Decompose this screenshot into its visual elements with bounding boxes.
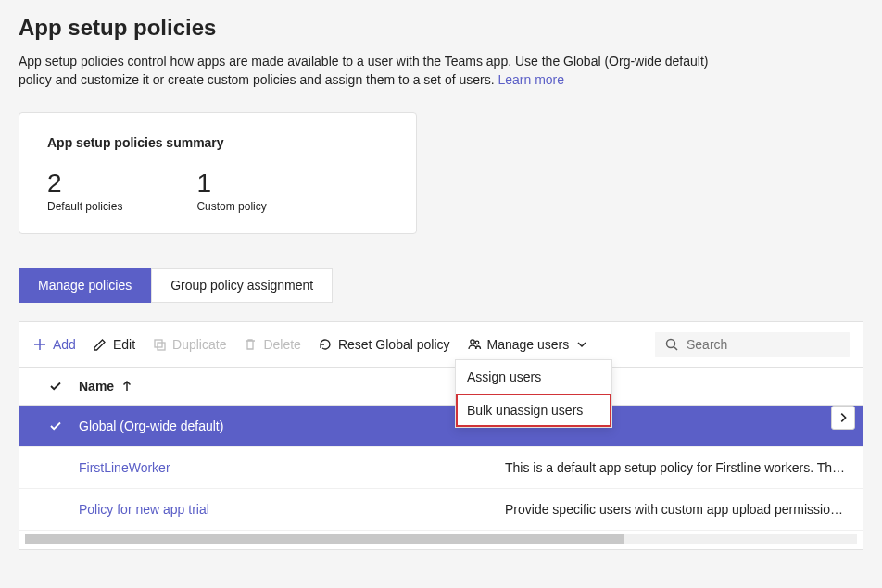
- summary-default-label: Default policies: [47, 200, 122, 213]
- menu-assign-users[interactable]: Assign users: [456, 360, 611, 394]
- duplicate-button: Duplicate: [152, 337, 226, 352]
- tab-manage-policies[interactable]: Manage policies: [19, 268, 151, 303]
- summary-card: App setup policies summary 2 Default pol…: [19, 112, 417, 234]
- reset-global-policy-button[interactable]: Reset Global policy: [318, 337, 450, 352]
- duplicate-label: Duplicate: [172, 337, 226, 352]
- svg-point-4: [470, 339, 473, 343]
- page-title: App setup policies: [19, 15, 863, 41]
- svg-rect-3: [158, 343, 165, 350]
- add-label: Add: [53, 337, 76, 352]
- summary-custom-label: Custom policy: [196, 200, 266, 213]
- table-row[interactable]: FirstLineWorkerThis is a default app set…: [19, 447, 863, 489]
- header-check-icon[interactable]: [48, 379, 63, 394]
- page-description: App setup policies control how apps are …: [19, 52, 723, 90]
- pencil-icon: [93, 337, 107, 352]
- svg-point-6: [667, 339, 675, 347]
- summary-custom-policies: 1 Custom policy: [196, 170, 266, 213]
- search-box[interactable]: [655, 332, 850, 357]
- tab-bar: Manage policies Group policy assignment: [19, 268, 863, 303]
- table-row[interactable]: Policy for new app trialProvide specific…: [19, 489, 863, 531]
- tab-group-policy-assignment[interactable]: Group policy assignment: [151, 268, 333, 303]
- summary-title: App setup policies summary: [47, 135, 388, 150]
- trash-icon: [243, 337, 258, 352]
- row-name[interactable]: FirstLineWorker: [79, 460, 505, 475]
- scroll-right-button[interactable]: [831, 406, 855, 430]
- row-name[interactable]: Policy for new app trial: [79, 502, 505, 517]
- svg-point-5: [475, 341, 479, 344]
- horizontal-scrollbar[interactable]: [25, 534, 857, 544]
- policy-link[interactable]: FirstLineWorker: [79, 460, 170, 475]
- edit-label: Edit: [113, 337, 135, 352]
- horizontal-scrollbar-thumb[interactable]: [25, 534, 624, 544]
- row-description: Provide specific users with custom app u…: [505, 502, 850, 517]
- users-icon: [467, 337, 482, 352]
- summary-default-count: 2: [47, 170, 122, 196]
- policies-panel: Add Edit Duplicate Delete Reset Global p…: [19, 321, 863, 550]
- chevron-down-icon: [574, 337, 589, 352]
- table-row[interactable]: Global (Org-wide default): [19, 406, 863, 447]
- reset-icon: [318, 337, 333, 352]
- search-icon: [664, 337, 679, 352]
- policy-link[interactable]: Policy for new app trial: [79, 502, 209, 517]
- svg-line-7: [674, 347, 677, 350]
- row-description: This is a default app setup policy for F…: [505, 460, 850, 475]
- toolbar: Add Edit Duplicate Delete Reset Global p…: [19, 322, 863, 368]
- edit-button[interactable]: Edit: [93, 337, 135, 352]
- learn-more-link[interactable]: Learn more: [498, 72, 564, 87]
- column-header-name[interactable]: Name: [79, 379, 505, 394]
- checkmark-icon: [48, 419, 63, 433]
- manage-users-label: Manage users: [487, 337, 570, 352]
- row-name: Global (Org-wide default): [79, 419, 505, 433]
- delete-label: Delete: [263, 337, 300, 352]
- sort-arrow-up-icon: [120, 379, 134, 394]
- summary-custom-count: 1: [196, 170, 266, 196]
- duplicate-icon: [152, 337, 167, 352]
- column-header-name-label: Name: [79, 379, 114, 394]
- search-input[interactable]: [687, 337, 840, 352]
- manage-users-button[interactable]: Manage users: [467, 337, 590, 352]
- table-header: Name: [19, 368, 863, 406]
- add-button[interactable]: Add: [32, 337, 76, 352]
- plus-icon: [32, 337, 47, 352]
- summary-default-policies: 2 Default policies: [47, 170, 122, 213]
- reset-label: Reset Global policy: [338, 337, 450, 352]
- svg-rect-2: [155, 340, 162, 347]
- page-description-text: App setup policies control how apps are …: [19, 54, 708, 87]
- delete-button: Delete: [243, 337, 300, 352]
- menu-bulk-unassign-users[interactable]: Bulk unassign users: [456, 394, 611, 427]
- manage-users-menu: Assign users Bulk unassign users: [455, 359, 612, 428]
